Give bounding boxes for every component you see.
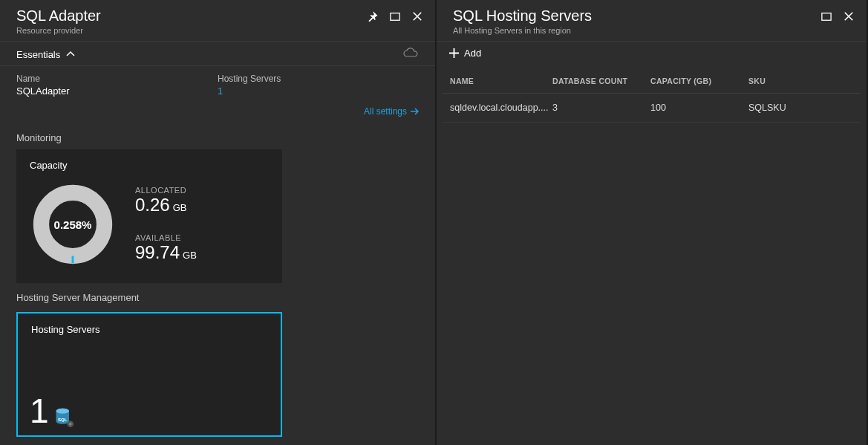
capacity-title: Capacity <box>30 160 269 171</box>
grid-header: NAME DATABASE COUNT CAPACITY (GB) SKU <box>443 65 861 94</box>
blade-title: SQL Adapter <box>16 7 101 25</box>
name-label: Name <box>16 74 218 84</box>
maximize-icon[interactable] <box>820 10 832 22</box>
sql-hosting-servers-blade: SQL Hosting Servers All Hosting Servers … <box>437 0 868 445</box>
capacity-tile[interactable]: Capacity 0.258% ALLOCATED 0.26 GB <box>16 149 282 283</box>
svg-text:SQL: SQL <box>58 417 68 422</box>
svg-rect-0 <box>391 13 399 21</box>
allocated-value: 0.26 <box>135 195 170 215</box>
hosting-servers-tile[interactable]: Hosting Servers 1 SQL <box>16 312 282 437</box>
table-row[interactable]: sqldev.local.cloudapp.... 3 100 SQLSKU <box>443 94 861 123</box>
available-label: AVAILABLE <box>135 233 197 242</box>
col-db[interactable]: DATABASE COUNT <box>552 77 650 85</box>
cell-sku: SQLSKU <box>748 103 853 113</box>
plus-icon <box>448 48 460 59</box>
allocated-unit: GB <box>173 202 187 213</box>
cloud-icon <box>402 48 419 61</box>
chevron-up-icon <box>66 50 75 59</box>
essentials-body: Name SQLAdapter Hosting Servers 1 <box>0 66 435 101</box>
pin-icon[interactable] <box>367 10 379 22</box>
allocated-label: ALLOCATED <box>135 186 197 195</box>
col-cap[interactable]: CAPACITY (GB) <box>650 77 748 85</box>
available-value: 99.74 <box>135 242 180 263</box>
col-name[interactable]: NAME <box>450 77 552 85</box>
col-sku[interactable]: SKU <box>748 77 853 85</box>
sql-adapter-blade: SQL Adapter Resource provider Essentials <box>0 0 437 445</box>
hosting-servers-grid: NAME DATABASE COUNT CAPACITY (GB) SKU sq… <box>437 65 867 123</box>
close-icon[interactable] <box>843 10 855 22</box>
add-label: Add <box>464 48 481 59</box>
hosting-count: 1 <box>30 394 49 428</box>
toolbar: Add <box>437 41 867 65</box>
sql-database-icon: SQL <box>53 407 74 428</box>
svg-point-6 <box>69 423 72 426</box>
hsm-section-label: Hosting Server Management <box>0 283 435 309</box>
add-button[interactable]: Add <box>448 48 481 59</box>
blade-header: SQL Adapter Resource provider <box>0 0 435 41</box>
all-settings-label: All settings <box>364 106 407 117</box>
blade-subtitle: All Hosting Servers in this region <box>453 26 592 35</box>
available-unit: GB <box>183 250 197 261</box>
monitoring-section-label: Monitoring <box>0 123 435 149</box>
name-value: SQLAdapter <box>16 85 218 97</box>
maximize-icon[interactable] <box>389 10 401 22</box>
essentials-toggle[interactable]: Essentials <box>0 41 435 66</box>
svg-rect-7 <box>822 13 831 21</box>
blade-title: SQL Hosting Servers <box>453 7 592 25</box>
hosting-tile-title: Hosting Servers <box>31 324 267 335</box>
capacity-percent: 0.258% <box>30 181 116 267</box>
blade-subtitle: Resource provider <box>16 26 101 35</box>
essentials-label: Essentials <box>16 49 60 60</box>
arrow-right-icon <box>410 107 419 116</box>
close-icon[interactable] <box>411 10 423 22</box>
hosting-servers-label: Hosting Servers <box>218 74 419 84</box>
cell-db: 3 <box>552 103 650 113</box>
svg-point-3 <box>56 409 69 414</box>
cell-name: sqldev.local.cloudapp.... <box>450 103 552 113</box>
blade-header: SQL Hosting Servers All Hosting Servers … <box>437 0 867 41</box>
capacity-donut-chart: 0.258% <box>30 181 116 267</box>
hosting-servers-link[interactable]: 1 <box>218 85 419 97</box>
cell-cap: 100 <box>650 103 748 113</box>
all-settings-link[interactable]: All settings <box>364 106 419 117</box>
